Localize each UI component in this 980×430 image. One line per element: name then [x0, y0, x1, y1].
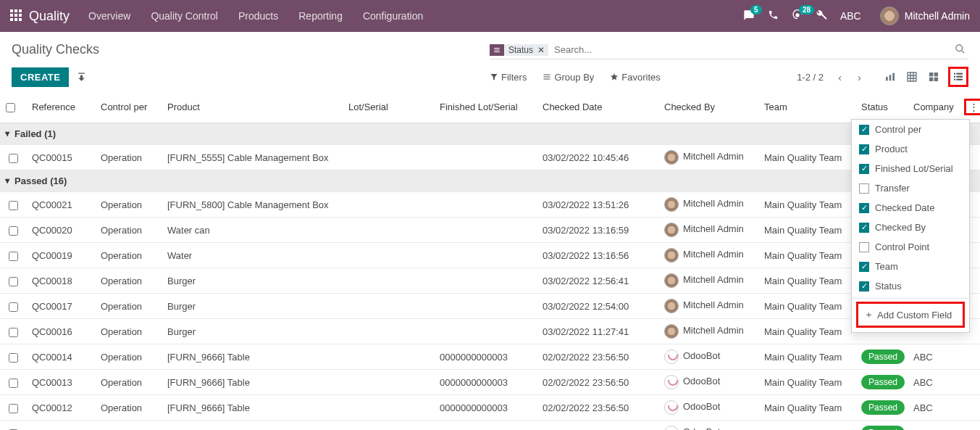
col-status[interactable]: Status: [855, 91, 908, 123]
table-row[interactable]: QC00014Operation[FURN_9666] Table0000000…: [0, 344, 980, 370]
col-product[interactable]: Product: [162, 91, 343, 123]
table-row[interactable]: QC00021Operation[FURN_5800] Cable Manage…: [0, 192, 980, 218]
dropdown-item-product[interactable]: ✓Product: [852, 139, 969, 159]
cell-checked-date: 02/02/2022 23:56:50: [537, 370, 658, 395]
dropdown-item-label: Checked Date: [875, 202, 934, 213]
dropdown-item-label: Status: [875, 281, 902, 292]
download-icon[interactable]: [76, 71, 87, 84]
table-row[interactable]: QC00011Operation[FURN_9666] Table0000000…: [0, 421, 980, 431]
messaging-icon[interactable]: 5: [743, 9, 755, 23]
row-checkbox[interactable]: [9, 277, 18, 286]
dropdown-item-team[interactable]: ✓Team: [852, 257, 969, 276]
cell-lot: [343, 395, 434, 421]
cell-team: Main Quality Team: [758, 218, 855, 243]
row-checkbox[interactable]: [9, 154, 18, 163]
pager-prev-icon[interactable]: ‹: [834, 71, 846, 83]
view-pivot-icon[interactable]: [905, 70, 919, 84]
group-row[interactable]: Passed (16): [0, 170, 980, 192]
dropdown-item-transfer[interactable]: Transfer: [852, 178, 969, 198]
cell-product: Water: [162, 243, 343, 268]
cell-checked-date: 03/02/2022 13:16:59: [537, 218, 658, 243]
phone-icon[interactable]: [768, 9, 779, 22]
nav-link-quality-control[interactable]: Quality Control: [151, 10, 218, 22]
cell-finished-lot: [434, 268, 537, 294]
row-checkbox[interactable]: [9, 252, 18, 261]
groupby-menu[interactable]: Group By: [543, 72, 594, 83]
optional-columns-icon[interactable]: ⋮: [967, 102, 980, 112]
table-row[interactable]: QC00015Operation[FURN_5555] Cable Manage…: [0, 145, 980, 170]
cell-checked-date: 02/02/2022 23:56:50: [537, 395, 658, 421]
company-selector[interactable]: ABC: [840, 10, 861, 22]
dropdown-item-control-per[interactable]: ✓Control per: [852, 120, 969, 139]
col-finished-lot[interactable]: Finished Lot/Serial: [434, 91, 537, 123]
cell-lot: [343, 268, 434, 294]
table-row[interactable]: QC00016OperationBurger03/02/2022 11:27:4…: [0, 319, 980, 344]
nav-link-reporting[interactable]: Reporting: [298, 10, 343, 22]
table-row[interactable]: QC00013Operation[FURN_9666] Table0000000…: [0, 370, 980, 395]
select-all-checkbox[interactable]: [6, 103, 15, 112]
facet-remove-icon[interactable]: ✕: [537, 45, 548, 55]
dropdown-item-status[interactable]: ✓Status: [852, 276, 969, 296]
table-row[interactable]: QC00019OperationWater03/02/2022 13:16:56…: [0, 243, 980, 268]
cell-status: Passed: [855, 370, 908, 395]
cell-control-per: Operation: [95, 344, 162, 370]
svg-rect-6: [10, 18, 13, 21]
filters-menu[interactable]: Filters: [490, 72, 527, 83]
activities-icon[interactable]: 28: [792, 9, 803, 23]
pager-next-icon[interactable]: ›: [853, 71, 866, 83]
dropdown-item-checked-date[interactable]: ✓Checked Date: [852, 198, 969, 218]
optional-columns-dropdown: ✓Control per✓Product✓Finished Lot/Serial…: [851, 119, 970, 333]
app-brand[interactable]: Quality: [29, 9, 70, 24]
row-checkbox[interactable]: [9, 404, 18, 413]
row-checkbox[interactable]: [9, 353, 18, 363]
col-lot[interactable]: Lot/Serial: [343, 91, 434, 123]
row-checkbox[interactable]: [9, 328, 18, 337]
group-row[interactable]: Failed (1): [0, 123, 980, 145]
cell-product: [FURN_9666] Table: [162, 344, 343, 370]
checkbox-icon: ✓: [859, 125, 869, 135]
pager[interactable]: 1-2 / 2: [797, 72, 824, 83]
search-icon[interactable]: [952, 44, 968, 57]
cell-checked-by: Mitchell Admin: [658, 218, 758, 243]
add-custom-field-item[interactable]: ＋ Add Custom Field: [856, 302, 965, 328]
cell-company: ABC: [908, 395, 958, 421]
avatar-icon: [664, 248, 679, 262]
dropdown-divider: [852, 298, 969, 299]
table-row[interactable]: QC00017OperationBurger03/02/2022 12:54:0…: [0, 294, 980, 319]
create-button[interactable]: CREATE: [12, 67, 69, 87]
debug-icon[interactable]: [816, 9, 827, 22]
search-input[interactable]: [548, 42, 952, 57]
nav-link-configuration[interactable]: Configuration: [363, 10, 423, 22]
view-graph-icon[interactable]: [883, 70, 897, 84]
dropdown-item-finished-lot-serial[interactable]: ✓Finished Lot/Serial: [852, 159, 969, 178]
svg-rect-19: [956, 73, 963, 75]
table-row[interactable]: QC00012Operation[FURN_9666] Table0000000…: [0, 395, 980, 421]
col-control-per[interactable]: Control per: [95, 91, 162, 123]
nav-link-products[interactable]: Products: [238, 10, 278, 22]
user-menu[interactable]: Mitchell Admin: [880, 7, 970, 25]
view-list-icon[interactable]: [951, 70, 966, 84]
optional-columns-highlight: ⋮: [964, 99, 980, 115]
row-checkbox[interactable]: [9, 379, 18, 388]
svg-rect-3: [10, 14, 13, 17]
nav-links: OverviewQuality ControlProductsReporting…: [88, 10, 423, 22]
col-checked-date[interactable]: Checked Date: [537, 91, 658, 123]
col-team[interactable]: Team: [758, 91, 855, 123]
nav-link-overview[interactable]: Overview: [88, 10, 130, 22]
table-row[interactable]: QC00020OperationWater can03/02/2022 13:1…: [0, 218, 980, 243]
row-checkbox[interactable]: [9, 226, 18, 236]
dropdown-item-checked-by[interactable]: ✓Checked By: [852, 218, 969, 237]
col-company[interactable]: Company: [908, 91, 958, 123]
view-kanban-icon[interactable]: [926, 70, 941, 84]
apps-icon[interactable]: [10, 9, 22, 23]
row-checkbox[interactable]: [9, 201, 18, 210]
favorites-menu[interactable]: Favorites: [610, 72, 660, 83]
cell-control-per: Operation: [95, 192, 162, 218]
cell-checked-by: Mitchell Admin: [658, 145, 758, 170]
col-reference[interactable]: Reference: [26, 91, 95, 123]
row-checkbox[interactable]: [9, 302, 18, 312]
col-checked-by[interactable]: Checked By: [658, 91, 758, 123]
table-row[interactable]: QC00018OperationBurger03/02/2022 12:56:4…: [0, 268, 980, 294]
cell-checked-by: OdooBot: [658, 421, 758, 431]
dropdown-item-control-point[interactable]: Control Point: [852, 237, 969, 257]
